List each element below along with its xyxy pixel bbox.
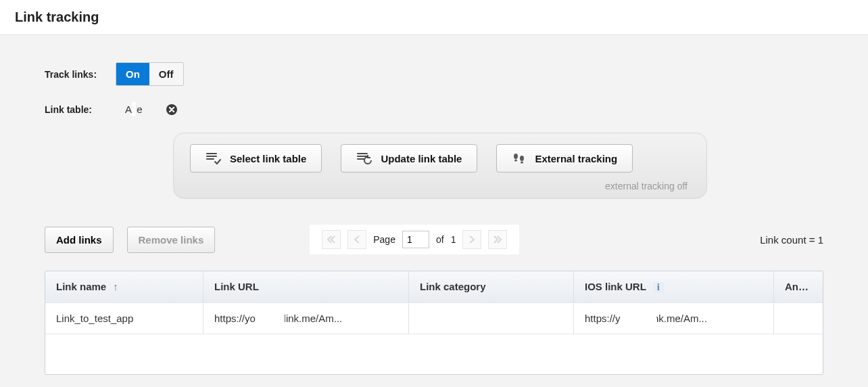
link-table-label: Link table:: [45, 104, 116, 115]
page-title: Link tracking: [15, 9, 99, 24]
remove-links-button[interactable]: Remove links: [127, 227, 216, 253]
redacted-block: [258, 313, 285, 325]
close-circle-icon: [166, 104, 178, 116]
pager-total: 1: [451, 234, 456, 245]
toggle-on[interactable]: On: [116, 63, 149, 85]
svg-point-2: [514, 160, 517, 162]
table-header-row: Link name ↑ Link URL Link category IOS l…: [45, 271, 823, 302]
pager-next-button[interactable]: [462, 230, 481, 249]
pager-prev-button[interactable]: [347, 230, 366, 249]
pager-last-button[interactable]: [488, 230, 507, 249]
chevron-right-icon: [468, 235, 476, 244]
redacted-block: [132, 102, 136, 116]
pager-first-button[interactable]: [322, 230, 341, 249]
cell-link-name: Link_to_test_app: [45, 303, 203, 334]
svg-point-3: [520, 156, 524, 161]
col-header-link-category[interactable]: Link category: [409, 271, 574, 302]
col-header-android-link-url[interactable]: Andro: [774, 271, 823, 302]
links-table: Link name ↑ Link URL Link category IOS l…: [45, 271, 823, 375]
list-check-icon: [206, 152, 222, 165]
clear-link-table-button[interactable]: [166, 104, 178, 116]
cell-ios-link-url: https://y p.onelink.me/Am...: [574, 303, 774, 334]
list-refresh-icon: [356, 152, 372, 165]
cell-link-category: [409, 303, 574, 334]
select-link-table-label: Select link table: [230, 153, 306, 164]
update-link-table-button[interactable]: Update link table: [341, 144, 477, 173]
external-tracking-status: external tracking off: [186, 181, 694, 191]
chevron-double-right-icon: [493, 235, 502, 244]
footsteps-icon: [512, 152, 527, 165]
pager-page-label: Page: [373, 234, 395, 245]
info-icon[interactable]: i: [653, 282, 664, 293]
toggle-off[interactable]: Off: [149, 63, 183, 85]
sort-asc-icon: ↑: [113, 281, 118, 292]
cell-link-url: https://yo p.onelink.me/Am...: [203, 303, 409, 334]
pager-page-input[interactable]: [402, 231, 429, 248]
col-header-ios-link-url[interactable]: IOS link URL i: [574, 271, 774, 302]
link-table-value: A le: [122, 102, 145, 116]
chevron-double-left-icon: [327, 235, 336, 244]
col-header-link-name[interactable]: Link name ↑: [45, 271, 203, 302]
track-links-label: Track links:: [45, 69, 116, 80]
pager-of-label: of: [436, 234, 444, 245]
actions-panel: Select link table Update link table: [173, 133, 707, 199]
external-tracking-label: External tracking: [535, 153, 617, 164]
track-links-toggle[interactable]: On Off: [116, 62, 184, 86]
link-count: Link count = 1: [760, 234, 823, 246]
table-row[interactable]: Link_to_test_app https://yo p.onelink.me…: [45, 302, 823, 334]
redacted-block: [623, 313, 656, 325]
pager: Page of 1: [310, 225, 519, 254]
cell-android-link-url: [774, 303, 823, 334]
update-link-table-label: Update link table: [381, 153, 462, 164]
chevron-left-icon: [353, 235, 361, 244]
add-links-button[interactable]: Add links: [45, 227, 114, 253]
table-empty-space: [45, 334, 823, 374]
external-tracking-button[interactable]: External tracking: [496, 144, 633, 173]
col-header-link-url[interactable]: Link URL: [203, 271, 409, 302]
svg-point-1: [514, 154, 518, 159]
svg-point-4: [521, 162, 523, 164]
select-link-table-button[interactable]: Select link table: [190, 144, 322, 173]
